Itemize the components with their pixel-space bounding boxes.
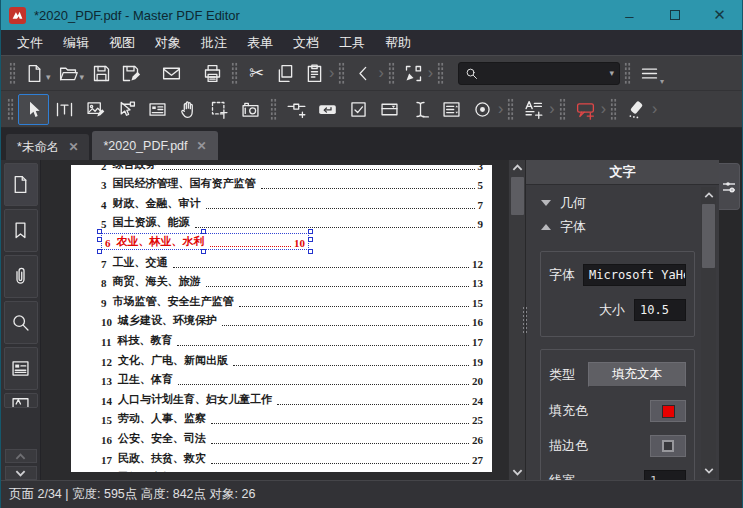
panel-scroll-up-button[interactable] — [701, 187, 716, 202]
pdf-page[interactable]: 2 综合政务 3 3 国民经济管理、国有资产监管 5 4 财政、金融、审计 7 … — [71, 165, 492, 472]
hand-tool-button[interactable] — [173, 94, 204, 125]
toc-text-object[interactable]: 16 公安、安全、司法 26 — [101, 431, 483, 446]
toc-row[interactable]: 8 商贸、海关、旅游 13 — [101, 273, 483, 293]
selection-handle[interactable] — [97, 249, 102, 254]
toolbar-grip[interactable] — [338, 62, 345, 84]
toc-row[interactable]: 17 民政、扶贫、救灾 27 — [101, 449, 483, 469]
email-button[interactable] — [157, 59, 186, 87]
text-field-tool-button[interactable] — [312, 94, 343, 125]
toc-text-object[interactable]: 10 城乡建设、环境保护 16 — [101, 313, 483, 328]
font-name-field[interactable]: Microsoft YaHei — [583, 264, 686, 286]
toolbar-grip[interactable] — [231, 62, 238, 84]
selection-handle[interactable] — [201, 249, 206, 254]
tab-2020-pdf[interactable]: *2020_PDF.pdf ✕ — [92, 131, 217, 160]
toc-row[interactable]: 13 卫生、体育 20 — [101, 371, 483, 391]
properties-tab[interactable] — [719, 163, 740, 210]
scrollbar-thumb[interactable] — [511, 177, 524, 215]
menu-document[interactable]: 文档 — [283, 31, 329, 55]
toc-row[interactable]: 9 市场监管、安全生产监管 15 — [101, 292, 483, 312]
toc-text-object[interactable]: 15 劳动、人事、监察 25 — [101, 411, 483, 426]
properties-panel-button[interactable] — [4, 393, 38, 408]
toc-text-object[interactable]: 9 市场监管、安全生产监管 15 — [101, 294, 483, 309]
tab-untitled[interactable]: *未命名 ✕ — [6, 134, 89, 160]
copy-button[interactable] — [271, 59, 300, 87]
scroll-down-button[interactable] — [510, 465, 525, 480]
zoom-to-selection-button[interactable] — [399, 59, 428, 87]
paste-button[interactable] — [300, 59, 329, 87]
toc-row[interactable]: 12 文化、广电、新闻出版 19 — [101, 351, 483, 371]
sidebar-scroll-up-button[interactable] — [5, 449, 37, 463]
toc-row[interactable]: 15 劳动、人事、监察 25 — [101, 410, 483, 430]
selection-handle[interactable] — [97, 229, 102, 234]
menu-view[interactable]: 视图 — [99, 31, 145, 55]
search-dropdown-caret[interactable]: ▾ — [610, 68, 615, 78]
menu-file[interactable]: 文件 — [7, 31, 53, 55]
panel-scrollbar-thumb[interactable] — [702, 204, 715, 268]
selection-handle[interactable] — [97, 237, 102, 242]
menu-edit[interactable]: 编辑 — [53, 31, 99, 55]
new-document-button[interactable] — [20, 59, 49, 87]
listbox-tool-button[interactable] — [436, 94, 467, 125]
toolbar-grip[interactable] — [270, 98, 277, 120]
page-thumbnails-button[interactable] — [4, 163, 38, 206]
toolbar-grip[interactable] — [9, 62, 16, 84]
toc-row[interactable]: 6 农业、林业、水利 10 — [101, 233, 483, 253]
toolbar-grip[interactable] — [437, 62, 444, 84]
geometry-section-header[interactable]: 几何 — [536, 191, 695, 215]
toc-text-object[interactable]: 12 文化、广电、新闻出版 19 — [101, 353, 483, 368]
eraser-tool-button[interactable] — [621, 94, 652, 125]
print-button[interactable] — [198, 59, 227, 87]
add-text-annotation-button[interactable] — [518, 94, 549, 125]
toc-text-object[interactable]: 2 综合政务 3 — [101, 165, 483, 172]
save-button[interactable] — [87, 59, 116, 87]
toc-text-object[interactable]: 5 国土资源、能源 9 — [101, 215, 483, 230]
toc-row[interactable]: 2 综合政务 3 — [101, 165, 483, 175]
form-fields-panel-button[interactable] — [4, 347, 38, 390]
toc-text-object[interactable]: 14 人口与计划生育、妇女儿童工作 24 — [101, 392, 483, 407]
edit-path-tool-button[interactable] — [111, 94, 142, 125]
panel-scroll-down-button[interactable] — [701, 463, 716, 478]
open-file-dropdown[interactable]: ▾ — [80, 72, 85, 82]
radio-button-tool-button[interactable] — [467, 94, 498, 125]
toolbar-grip[interactable] — [7, 98, 14, 120]
toc-row[interactable]: 16 公安、安全、司法 26 — [101, 429, 483, 449]
menu-object[interactable]: 对象 — [145, 31, 191, 55]
add-comment-button[interactable] — [570, 94, 601, 125]
snapshot-tool-button[interactable] — [235, 94, 266, 125]
close-button[interactable]: ✕ — [697, 0, 742, 30]
edit-image-tool-button[interactable] — [80, 94, 111, 125]
font-size-field[interactable]: 10.5 — [634, 299, 686, 321]
toolbar-grip[interactable] — [559, 98, 566, 120]
maximize-button[interactable] — [652, 0, 697, 30]
menu-annotation[interactable]: 批注 — [191, 31, 237, 55]
panel-splitter-handle[interactable] — [522, 306, 527, 334]
toc-text-object[interactable]: 18 民族、宗教 28 — [101, 470, 483, 472]
toolbar-grip[interactable] — [624, 62, 631, 84]
toc-row[interactable]: 5 国土资源、能源 9 — [101, 214, 483, 234]
toc-text-object[interactable]: 13 卫生、体育 20 — [101, 372, 483, 387]
document-view[interactable]: 2 综合政务 3 3 国民经济管理、国有资产监管 5 4 财政、金融、审计 7 … — [41, 160, 508, 480]
edit-forms-tool-button[interactable] — [142, 94, 173, 125]
attachments-button[interactable] — [4, 255, 38, 298]
edit-text-tool-button[interactable] — [49, 94, 80, 125]
toc-row[interactable]: 11 科技、教育 17 — [101, 331, 483, 351]
add-node-tool-button[interactable] — [281, 94, 312, 125]
toc-row[interactable]: 18 民族、宗教 28 — [101, 469, 483, 473]
menu-help[interactable]: 帮助 — [375, 31, 421, 55]
save-as-button[interactable] — [116, 59, 145, 87]
menu-form[interactable]: 表单 — [237, 31, 283, 55]
fill-color-button[interactable] — [650, 400, 686, 422]
open-file-button[interactable] — [54, 59, 83, 87]
toc-text-object[interactable]: 7 工业、交通 12 — [101, 255, 483, 270]
sidebar-scroll-down-button[interactable] — [5, 466, 37, 480]
select-tool-button[interactable] — [18, 94, 49, 125]
toolbar-grip[interactable] — [388, 62, 395, 84]
cut-button[interactable]: ✂ — [242, 59, 271, 87]
stroke-color-button[interactable] — [650, 435, 686, 457]
checkbox-tool-button[interactable] — [343, 94, 374, 125]
text-cursor-tool-button[interactable] — [405, 94, 436, 125]
toolbar-grip[interactable] — [507, 98, 514, 120]
search-input[interactable] — [479, 66, 609, 80]
combobox-tool-button[interactable] — [374, 94, 405, 125]
toc-row[interactable]: 10 城乡建设、环境保护 16 — [101, 312, 483, 332]
